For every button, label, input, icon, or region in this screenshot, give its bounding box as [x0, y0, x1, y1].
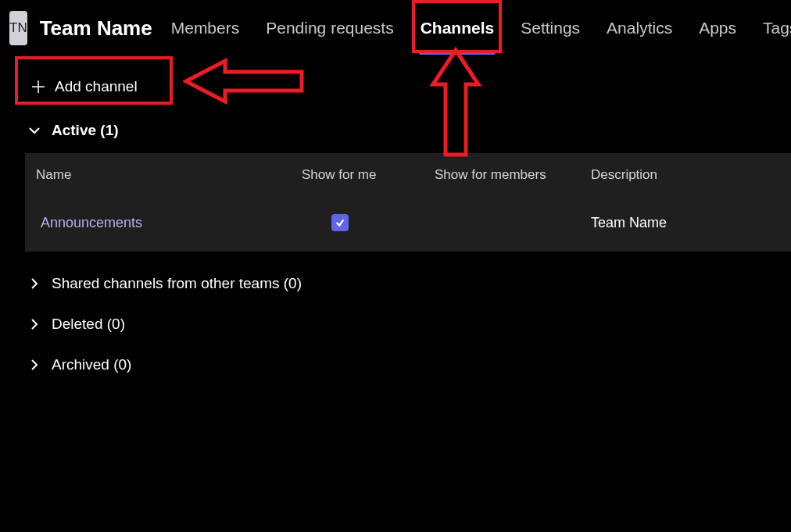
section-deleted-label: Deleted (0)	[52, 316, 125, 333]
tab-analytics[interactable]: Analytics	[603, 12, 675, 44]
tab-tags[interactable]: Tags	[760, 12, 791, 44]
team-avatar: TN	[9, 11, 27, 45]
tab-members[interactable]: Members	[168, 12, 243, 44]
table-header: Name Show for me Show for members Descri…	[25, 153, 791, 197]
section-archived-label: Archived (0)	[52, 356, 131, 373]
col-name[interactable]: Name	[36, 167, 302, 183]
table-row[interactable]: Announcements Team Name	[25, 197, 791, 252]
section-active-label: Active (1)	[52, 122, 119, 139]
team-title: Team Name	[40, 16, 152, 41]
chevron-right-icon	[28, 277, 41, 290]
col-show-for-me[interactable]: Show for me	[302, 167, 435, 183]
tab-channels[interactable]: Channels	[417, 12, 498, 44]
chevron-right-icon	[28, 318, 41, 330]
add-channel-label: Add channel	[55, 78, 138, 95]
chevron-down-icon	[28, 124, 41, 137]
chevron-right-icon	[28, 359, 41, 371]
section-shared-header[interactable]: Shared channels from other teams (0)	[28, 275, 791, 292]
col-show-for-members[interactable]: Show for members	[435, 167, 591, 183]
add-channel-button[interactable]: Add channel	[28, 73, 141, 100]
plus-icon	[31, 80, 45, 94]
col-description[interactable]: Description	[591, 167, 780, 183]
section-archived-header[interactable]: Archived (0)	[28, 356, 791, 373]
section-active-header[interactable]: Active (1)	[28, 122, 791, 139]
tab-pending-requests[interactable]: Pending requests	[263, 12, 396, 44]
checkbox-show-for-me[interactable]	[331, 214, 349, 231]
team-avatar-initials: TN	[9, 20, 27, 36]
tabs: Members Pending requests Channels Settin…	[168, 12, 791, 44]
section-deleted-header[interactable]: Deleted (0)	[28, 316, 791, 333]
annotation-arrow-up	[428, 47, 483, 159]
show-for-me-cell	[302, 214, 435, 231]
channel-name[interactable]: Announcements	[41, 215, 302, 231]
description-cell: Team Name	[591, 215, 780, 231]
tab-settings[interactable]: Settings	[517, 12, 583, 44]
section-shared-label: Shared channels from other teams (0)	[52, 275, 302, 292]
annotation-arrow-left	[183, 58, 308, 105]
tab-apps[interactable]: Apps	[696, 12, 739, 44]
channels-table: Name Show for me Show for members Descri…	[25, 153, 791, 252]
team-header: TN Team Name Members Pending requests Ch…	[0, 0, 791, 59]
content: Add channel Active (1) Name Show for me …	[0, 59, 791, 373]
